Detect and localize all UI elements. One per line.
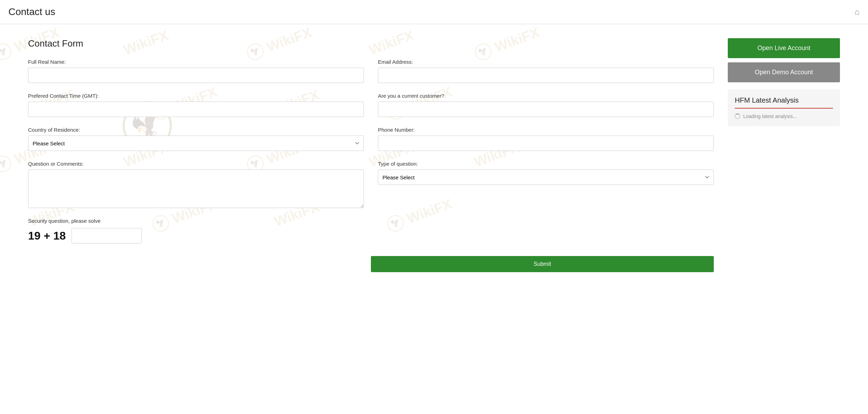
analysis-box: HFM Latest Analysis Loading latest analy… [728, 89, 840, 126]
form-row-country-phone: Country of Residence: Please Select Phon… [28, 127, 714, 151]
type-of-question-group: Type of question: Please Select [378, 161, 714, 208]
question-group: Question or Comments: [28, 161, 364, 208]
full-name-group: Full Real Name: [28, 59, 364, 83]
full-name-label: Full Real Name: [28, 59, 364, 65]
form-row-name-email: Full Real Name: Email Address: [28, 59, 714, 83]
security-plus: + [43, 229, 50, 242]
form-title: Contact Form [28, 38, 714, 49]
full-name-input[interactable] [28, 68, 364, 83]
form-row-time-customer: Prefered Contact Time (GMT): Are you a c… [28, 93, 714, 117]
open-demo-account-button[interactable]: Open Demo Account [728, 62, 840, 82]
analysis-loading-text: Loading latest analysis... [743, 113, 797, 119]
security-answer-input[interactable] [72, 228, 142, 243]
security-num1: 19 [28, 229, 41, 242]
open-live-account-button[interactable]: Open Live Account [728, 38, 840, 58]
security-num2: 18 [53, 229, 66, 242]
phone-group: Phone Number: [378, 127, 714, 151]
type-of-question-select[interactable]: Please Select [378, 170, 714, 185]
preferred-contact-group: Prefered Contact Time (GMT): [28, 93, 364, 117]
main-content: 🦅WikiFX WikiFX 🦅WikiFX WikiFX 🦅WikiFX Wi… [0, 24, 868, 286]
current-customer-group: Are you a current customer? [378, 93, 714, 117]
country-group: Country of Residence: Please Select [28, 127, 364, 151]
type-of-question-label: Type of question: [378, 161, 714, 167]
current-customer-input[interactable] [378, 102, 714, 117]
submit-button[interactable]: Submit [371, 256, 714, 272]
phone-label: Phone Number: [378, 127, 714, 133]
security-equation: 19 + 18 [28, 229, 66, 242]
email-label: Email Address: [378, 59, 714, 65]
loading-spinner-icon [735, 113, 740, 119]
page-title: Contact us [8, 6, 55, 18]
question-textarea[interactable] [28, 170, 364, 208]
country-select[interactable]: Please Select [28, 136, 364, 151]
preferred-contact-input[interactable] [28, 102, 364, 117]
analysis-title: HFM Latest Analysis [735, 96, 833, 109]
email-input[interactable] [378, 68, 714, 83]
security-label: Security question, please solve [28, 218, 714, 224]
current-customer-label: Are you a current customer? [378, 93, 714, 99]
sidebar: Open Live Account Open Demo Account HFM … [728, 38, 840, 272]
analysis-loading: Loading latest analysis... [735, 113, 833, 119]
preferred-contact-label: Prefered Contact Time (GMT): [28, 93, 364, 99]
home-icon[interactable]: ⌂ [855, 7, 860, 17]
email-group: Email Address: [378, 59, 714, 83]
contact-form-section: Contact Form Full Real Name: Email Addre… [28, 38, 714, 272]
security-section: Security question, please solve 19 + 18 [28, 218, 714, 243]
question-label: Question or Comments: [28, 161, 364, 167]
security-row: 19 + 18 [28, 228, 714, 243]
submit-row: Submit [28, 249, 714, 272]
form-row-question-type: Question or Comments: Type of question: … [28, 161, 714, 208]
header: Contact us ⌂ [0, 0, 868, 24]
phone-input[interactable] [378, 136, 714, 151]
country-label: Country of Residence: [28, 127, 364, 133]
